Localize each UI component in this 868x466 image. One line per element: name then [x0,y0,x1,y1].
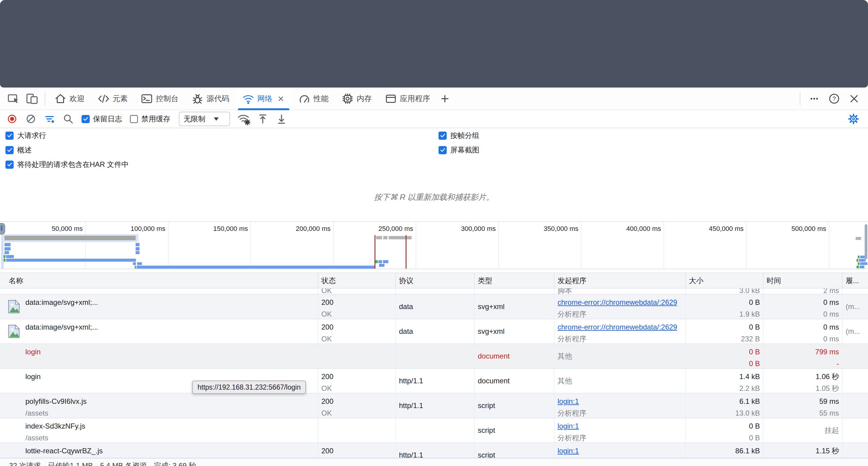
size-cell: 1.4 kB2.2 kB [686,369,764,393]
network-icon [242,92,255,105]
option-checkbox[interactable] [438,146,447,154]
initiator-link[interactable]: login:1 [558,447,579,455]
image-file-icon [8,325,20,340]
request-table-body: OK脚本3.0 kB2 msdata:image/svg+xml;...200O… [0,289,868,458]
check-icon [6,161,13,168]
record-button[interactable] [4,111,20,127]
network-conditions-button[interactable] [236,111,252,127]
option-checkbox-row[interactable]: 大请求行 [5,131,46,140]
overview-request-bar [6,255,14,258]
table-row[interactable]: login200OKhttp/1.1document其他1.4 kB2.2 kB… [0,369,868,394]
option-checkbox-row[interactable]: 屏幕截图 [438,145,479,155]
overview-timeline[interactable]: 50,000 ms100,000 ms150,000 ms200,000 ms2… [0,221,868,269]
device-toolbar-button[interactable] [24,90,40,108]
column-header[interactable]: 发起程序 [555,273,686,288]
table-row[interactable]: data:image/svg+xml;...200OKdatasvg+xmlch… [0,295,868,319]
table-row[interactable]: polyfills-Cv9I6lvx.js/assets200OKhttp/1.… [0,394,868,418]
disable-cache-checkbox[interactable] [130,115,138,123]
option-checkbox[interactable] [5,146,13,154]
table-row[interactable]: data:image/svg+xml;...200OKdatasvg+xmlch… [0,319,868,344]
network-toolbar: 保留日志 禁用缓存 无限制 [0,110,868,128]
option-checkbox[interactable] [5,132,13,140]
status-cell: 200 [318,443,396,458]
status-cell: 200OK [318,394,396,418]
table-row[interactable]: logindocument其他0 B0 B799 ms- [0,344,868,369]
column-header[interactable]: 履... [843,273,868,288]
tab-console[interactable]: 控制台 [134,88,185,109]
check-icon [439,147,446,153]
option-checkbox[interactable] [5,161,13,169]
overview-scrollbar[interactable] [865,224,867,259]
initiator-link[interactable]: chrome-error://chromewebdata/:2629 [558,323,677,331]
overview-request-bar [4,251,9,254]
tab-network[interactable]: 网络 [236,88,292,109]
size-cell: 0 B0 B [686,344,764,368]
time-cell: 1.15 秒 [764,443,843,458]
initiator-cell: login:1分析程序 [555,418,686,442]
import-har-button[interactable] [255,111,271,127]
size-cell: 6.1 kB13.0 kB [686,394,764,418]
option-checkbox-row[interactable]: 按帧分组 [438,131,479,140]
overview-request-bar [4,247,10,251]
throttling-select[interactable]: 无限制 [179,112,230,126]
option-label: 屏幕截图 [450,145,479,155]
option-checkbox-row[interactable]: 概述 [5,145,32,155]
initiator-link[interactable]: chrome-error://chromewebdata/:2629 [558,298,677,306]
column-header[interactable]: 协议 [396,273,475,288]
overview-request-bar [383,236,388,239]
more-tabs-button[interactable] [436,90,453,108]
load-event-marker [406,235,406,269]
tab-label: 控制台 [156,94,179,103]
column-header[interactable]: 名称 [0,273,318,288]
status-cell: 200OK [318,319,396,343]
request-name-cell: polyfills-Cv9I6lvx.js/assets [0,394,318,418]
disable-cache-label: 禁用缓存 [141,114,170,124]
tab-performance[interactable]: 性能 [292,88,335,109]
type-cell [475,289,555,294]
filter-button[interactable] [42,111,57,127]
size-cell: 86.1 kB [686,443,764,458]
tabbar-right-separator [800,92,800,105]
network-settings-button[interactable] [846,111,861,127]
search-button[interactable] [60,111,76,127]
tab-application[interactable]: 应用程序 [378,88,436,109]
close-devtools-button[interactable] [846,90,863,108]
help-button[interactable]: ? [826,90,843,108]
close-tab-button[interactable] [276,94,285,103]
table-row[interactable]: OK脚本3.0 kB2 ms [0,289,868,295]
option-label: 概述 [17,145,32,155]
option-checkbox-row[interactable]: 将待处理的请求包含在HAR 文件中 [5,160,129,169]
column-header[interactable]: 时间 [764,273,843,288]
clear-icon [25,113,37,125]
overview-tick-label: 350,000 ms [544,225,578,233]
column-header[interactable]: 类型 [475,273,555,288]
sources-icon [191,92,204,105]
overview-drag-handle[interactable] [0,223,5,234]
preserve-log-checkbox[interactable] [82,115,90,123]
tab-elements[interactable]: 元素 [91,88,134,109]
table-row[interactable]: index-Sd3kzNFy.js/assetsscriptlogin:1分析程… [0,418,868,443]
column-header[interactable]: 大小 [686,273,764,288]
column-header[interactable]: 状态 [318,273,396,288]
tab-sources[interactable]: 源代码 [185,88,236,109]
overview-request-bar [376,236,382,239]
overview-request-bar [857,259,858,262]
url-tooltip: https://192.168.31.232:5667/login [192,380,306,394]
option-checkbox[interactable] [438,132,447,140]
protocol-cell: http/1.1 [396,443,475,458]
overview-gridline [581,222,581,269]
disable-cache-toggle[interactable]: 禁用缓存 [130,114,170,124]
preserve-log-toggle[interactable]: 保留日志 [82,114,122,124]
overview-request-bar [860,262,867,265]
devtools-menu-button[interactable] [806,90,823,108]
inspect-element-button[interactable] [5,90,22,108]
initiator-link[interactable]: login:1 [558,422,579,430]
export-har-button[interactable] [274,111,289,127]
tab-memory[interactable]: 内存 [335,88,378,109]
initiator-link[interactable]: login:1 [558,397,579,405]
status-cell: OK [318,289,396,294]
table-row[interactable]: lottie-react-CqywrBZ_.js200http/1.1scrip… [0,443,868,458]
tab-welcome[interactable]: 欢迎 [48,88,91,109]
clear-button[interactable] [23,111,39,127]
overview-request-bar [4,259,5,262]
